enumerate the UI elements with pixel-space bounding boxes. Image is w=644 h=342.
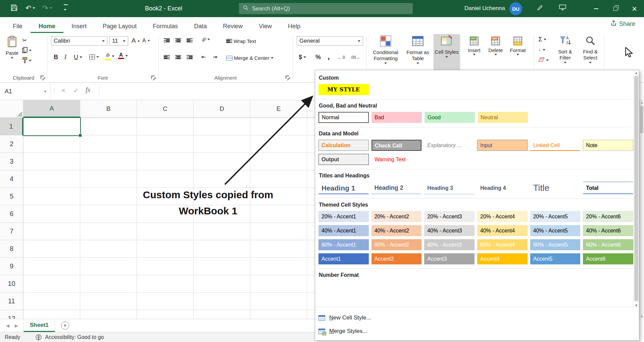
select-all-corner[interactable] <box>0 100 23 118</box>
row-header-7[interactable]: 7 <box>0 223 23 240</box>
column-header-e[interactable]: E <box>250 100 307 118</box>
cell-style-calculation[interactable]: Calculation <box>318 140 369 151</box>
tab-insert[interactable]: Insert <box>63 19 95 33</box>
middle-align-button[interactable] <box>175 38 181 43</box>
row-header-3[interactable]: 3 <box>0 153 23 170</box>
format-painter-button[interactable] <box>22 57 32 64</box>
cell-style-bad[interactable]: Bad <box>371 112 422 123</box>
orientation-button[interactable]: ab <box>201 37 210 42</box>
restore-button[interactable] <box>606 0 625 17</box>
formula-bar-handle[interactable]: ⋮ <box>51 87 57 94</box>
cell-style-my-style[interactable]: MY STYLE <box>318 84 369 95</box>
undo-button[interactable]: ↶ <box>26 4 35 12</box>
alignment-dialog-launcher[interactable] <box>285 75 290 80</box>
search-box[interactable]: Search (Alt+Q) <box>239 3 413 14</box>
row-header-4[interactable]: 4 <box>0 170 23 188</box>
autosum-button[interactable]: Σ <box>538 36 546 43</box>
tab-review[interactable]: Review <box>215 19 251 33</box>
align-left-button[interactable] <box>164 55 170 59</box>
column-header-partial[interactable] <box>307 100 315 118</box>
minimize-button[interactable] <box>587 0 606 17</box>
sort-filter-button[interactable]: AZ Sort & Filter <box>554 36 577 63</box>
cell-style-heading-1[interactable]: Heading 1 <box>318 182 369 194</box>
cell-style-title[interactable]: Title <box>530 182 581 194</box>
scroll-down-icon[interactable]: ▼ <box>640 315 644 318</box>
new-sheet-button[interactable]: + <box>61 322 69 330</box>
cell-style-60-accent5[interactable]: 60% - Accent5 <box>530 239 581 250</box>
cell-style-accent5[interactable]: Accent5 <box>530 253 581 264</box>
grow-font-button[interactable]: A▲ <box>132 37 140 44</box>
row-header-10[interactable]: 10 <box>0 275 23 293</box>
accounting-format-button[interactable]: $ <box>299 54 306 61</box>
cell-style-20-accent4[interactable]: 20% - Accent4 <box>477 211 528 222</box>
cell-style-input[interactable]: Input <box>477 140 528 151</box>
cell-style-heading-4[interactable]: Heading 4 <box>477 182 528 194</box>
cell-style-accent4[interactable]: Accent4 <box>477 253 528 264</box>
tab-help[interactable]: Help <box>280 19 308 33</box>
cell-style-accent3[interactable]: Accent3 <box>424 253 475 264</box>
number-format-combo[interactable]: General <box>297 36 363 46</box>
cell-style-60-accent6[interactable]: 60% - Accent6 <box>583 239 633 250</box>
column-header-b[interactable]: B <box>80 100 137 118</box>
cell-style-output[interactable]: Output <box>318 154 369 165</box>
tab-file[interactable]: File <box>5 19 31 33</box>
delete-cells-button[interactable]: Delete <box>486 36 505 55</box>
decrease-decimal-button[interactable]: .00→ <box>350 55 360 60</box>
tab-view[interactable]: View <box>251 19 280 33</box>
percent-style-button[interactable]: % <box>315 54 321 61</box>
cell-style-20-accent5[interactable]: 20% - Accent5 <box>530 211 581 222</box>
bold-button[interactable]: B <box>54 54 58 61</box>
paste-button[interactable]: Paste <box>3 36 21 59</box>
redo-button[interactable]: ↷ <box>42 4 52 12</box>
clear-button[interactable] <box>538 57 549 63</box>
account-name[interactable]: Daniel Uchenna <box>464 5 505 12</box>
enter-entry-icon[interactable]: ✓ <box>73 87 79 94</box>
cut-button[interactable]: ✂ <box>22 37 27 44</box>
merge-styles-button[interactable]: Merge Styles... <box>318 325 639 338</box>
next-sheet-icon[interactable]: ▶ <box>15 323 18 328</box>
merge-center-button[interactable]: Merge & Center <box>226 55 274 61</box>
cell-style-normal[interactable]: Normal <box>318 112 369 123</box>
ribbon-display-options-button[interactable] <box>559 4 566 12</box>
increase-indent-button[interactable]: ⇥ <box>213 54 217 60</box>
scrollbar-thumb[interactable] <box>640 106 643 133</box>
cell-style-linked-cell[interactable]: Linked Cell <box>530 140 581 151</box>
cell-style-60-accent1[interactable]: 60% - Accent1 <box>318 239 369 250</box>
cell-style-accent2[interactable]: Accent2 <box>371 253 422 264</box>
name-box[interactable]: A1 <box>0 84 50 99</box>
prev-sheet-icon[interactable]: ◀ <box>6 323 9 328</box>
cell-style-20-accent6[interactable]: 20% - Accent6 <box>583 211 633 222</box>
cell-style-40-accent1[interactable]: 40% - Accent1 <box>318 225 369 236</box>
underline-button[interactable]: U <box>74 54 82 61</box>
accessibility-status[interactable]: Accessibility: Good to go <box>45 334 104 340</box>
bottom-align-button[interactable] <box>187 38 193 43</box>
cell-style-20-accent3[interactable]: 20% - Accent3 <box>424 211 475 222</box>
share-button[interactable]: Share <box>610 20 635 28</box>
align-right-button[interactable] <box>187 55 193 59</box>
menu-resize-grip[interactable]: ∙∙ <box>634 336 637 341</box>
font-size-combo[interactable]: 11 <box>109 36 128 46</box>
format-as-table-button[interactable]: Format as Table <box>403 35 432 64</box>
column-header-d[interactable]: D <box>194 100 250 118</box>
cell-style-heading-3[interactable]: Heading 3 <box>424 182 475 194</box>
comma-style-button[interactable]: , <box>328 52 330 61</box>
tab-page-layout[interactable]: Page Layout <box>95 19 145 33</box>
italic-button[interactable]: I <box>64 54 66 61</box>
pen-button[interactable] <box>537 4 543 12</box>
sheet-tab-sheet1[interactable]: Sheet1 <box>23 319 55 332</box>
row-header-5[interactable]: 5 <box>0 188 23 205</box>
cell-style-accent6[interactable]: Accent6 <box>583 253 633 264</box>
font-dialog-launcher[interactable] <box>151 75 156 80</box>
cell-style-60-accent2[interactable]: 60% - Accent2 <box>371 239 422 250</box>
cell-style-40-accent6[interactable]: 40% - Accent6 <box>583 225 633 236</box>
cell-styles-menu-scrollbar[interactable]: ▲ ▼ <box>633 70 639 307</box>
increase-decimal-button[interactable]: ←.0 <box>338 55 345 60</box>
decrease-indent-button[interactable]: ⇤ <box>201 54 206 60</box>
wrap-text-button[interactable]: Wrap Text <box>226 38 256 44</box>
font-name-combo[interactable]: Calibri <box>51 36 107 46</box>
cell-style-good[interactable]: Good <box>425 112 475 123</box>
row-header-9[interactable]: 9 <box>0 258 23 275</box>
customize-quick-access-toolbar-button[interactable] <box>64 4 68 12</box>
conditional-formatting-button[interactable]: Conditional Formatting <box>369 35 402 64</box>
cell-style-20-accent2[interactable]: 20% - Accent2 <box>371 211 422 222</box>
